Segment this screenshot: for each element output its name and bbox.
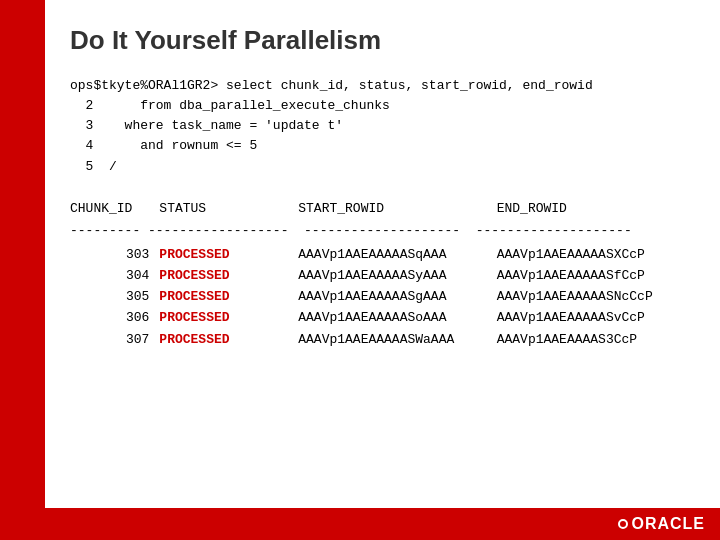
sql-code-block: ops$tkyte%ORAl1GR2> select chunk_id, sta… xyxy=(70,76,695,177)
start-rowid-5: AAAVp1AAEAAAAASWaAAA xyxy=(298,330,496,350)
code-line-4: 4 and rownum <= 5 xyxy=(70,136,695,156)
header-chunk-id: CHUNK_ID xyxy=(70,199,159,219)
chunk-id-1: 303 xyxy=(70,245,159,265)
end-rowid-2: AAAVp1AAEAAAAASfCcP xyxy=(497,266,695,286)
table-row: 307 PROCESSED AAAVp1AAEAAAAASWaAAA AAAVp… xyxy=(70,330,695,350)
results-table: CHUNK_ID STATUS START_ROWID END_ROWID --… xyxy=(70,199,695,350)
end-rowid-3: AAAVp1AAEAAAAASNcCcP xyxy=(497,287,695,307)
header-start-rowid: START_ROWID xyxy=(298,199,496,219)
status-1: PROCESSED xyxy=(159,245,298,265)
status-3: PROCESSED xyxy=(159,287,298,307)
table-row: 306 PROCESSED AAAVp1AAEAAAAASoAAA AAAVp1… xyxy=(70,308,695,328)
start-rowid-3: AAAVp1AAEAAAAASgAAA xyxy=(298,287,496,307)
code-line-1: ops$tkyte%ORAl1GR2> select chunk_id, sta… xyxy=(70,76,695,96)
page-title: Do It Yourself Parallelism xyxy=(70,25,695,56)
red-sidebar xyxy=(0,0,45,540)
code-line-5: 5 / xyxy=(70,157,695,177)
start-rowid-1: AAAVp1AAEAAAAASqAAA xyxy=(298,245,496,265)
code-line-2: 2 from dba_parallel_execute_chunks xyxy=(70,96,695,116)
table-row: 305 PROCESSED AAAVp1AAEAAAAASgAAA AAAVp1… xyxy=(70,287,695,307)
table-divider: --------- ------------------ -----------… xyxy=(70,221,695,241)
table-row: 303 PROCESSED AAAVp1AAEAAAAASqAAA AAAVp1… xyxy=(70,245,695,265)
end-rowid-4: AAAVp1AAEAAAAASvCcP xyxy=(497,308,695,328)
main-content: Do It Yourself Parallelism ops$tkyte%ORA… xyxy=(45,0,720,540)
status-2: PROCESSED xyxy=(159,266,298,286)
oracle-logo-text: ORACLE xyxy=(631,515,705,533)
chunk-id-5: 307 xyxy=(70,330,159,350)
oracle-footer-bar: ORACLE xyxy=(0,508,720,540)
status-4: PROCESSED xyxy=(159,308,298,328)
table-header-row: CHUNK_ID STATUS START_ROWID END_ROWID xyxy=(70,199,695,219)
start-rowid-2: AAAVp1AAEAAAAASyAAA xyxy=(298,266,496,286)
table-row: 304 PROCESSED AAAVp1AAEAAAAASyAAA AAAVp1… xyxy=(70,266,695,286)
status-5: PROCESSED xyxy=(159,330,298,350)
header-end-rowid: END_ROWID xyxy=(497,199,695,219)
oracle-logo-icon xyxy=(618,519,628,529)
chunk-id-2: 304 xyxy=(70,266,159,286)
start-rowid-4: AAAVp1AAEAAAAASoAAA xyxy=(298,308,496,328)
chunk-id-4: 306 xyxy=(70,308,159,328)
chunk-id-3: 305 xyxy=(70,287,159,307)
code-line-3: 3 where task_name = 'update t' xyxy=(70,116,695,136)
header-status: STATUS xyxy=(159,199,298,219)
end-rowid-1: AAAVp1AAEAAAAASXCcP xyxy=(497,245,695,265)
end-rowid-5: AAAVp1AAEAAAAS3CcP xyxy=(497,330,695,350)
